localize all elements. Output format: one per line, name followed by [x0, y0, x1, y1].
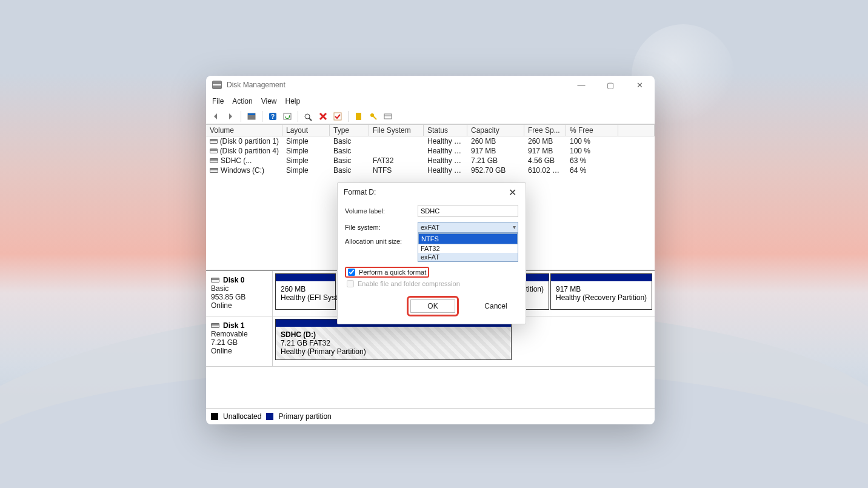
col-freespace[interactable]: Free Sp... — [524, 125, 566, 136]
ok-button[interactable]: OK — [410, 299, 455, 313]
col-type[interactable]: Type — [330, 125, 369, 136]
action-icon[interactable] — [302, 110, 315, 122]
table-row[interactable]: SDHC (...SimpleBasicFAT32Healthy (P...7.… — [206, 156, 655, 165]
menubar: File Action View Help — [206, 94, 655, 109]
titlebar: Disk Management ― ▢ ✕ — [206, 76, 655, 94]
format-dialog: Format D: ✕ Volume label: File system: e… — [337, 182, 526, 324]
option-ntfs[interactable]: NTFS — [418, 233, 518, 244]
table-header: Volume Layout Type File System Status Ca… — [206, 125, 655, 136]
svg-rect-10 — [384, 114, 392, 119]
compression-label: Enable file and folder compression — [358, 280, 460, 287]
dialog-title: Format D: — [344, 188, 376, 196]
svg-text:?: ? — [271, 113, 275, 120]
delete-icon[interactable] — [317, 110, 329, 122]
disk-icon — [210, 139, 218, 144]
list-icon[interactable] — [382, 110, 394, 122]
col-pctfree[interactable]: % Free — [566, 125, 618, 136]
svg-line-6 — [309, 118, 312, 121]
filesystem-dropdown: NTFS FAT32 exFAT — [418, 233, 518, 262]
highlight-ok-button: OK — [407, 296, 459, 316]
close-button[interactable]: ✕ — [630, 81, 649, 90]
partition-selected[interactable]: SDHC (D:) 7.21 GB FAT32 Healthy (Primary… — [275, 319, 512, 360]
prop-icon[interactable] — [353, 110, 365, 122]
console-icon[interactable] — [245, 110, 258, 122]
partition[interactable]: 917 MB Healthy (Recovery Partition) — [550, 273, 652, 310]
option-exfat[interactable]: exFAT — [418, 253, 518, 261]
window-title: Disk Management — [227, 81, 572, 89]
col-capacity[interactable]: Capacity — [467, 125, 524, 136]
menu-action[interactable]: Action — [232, 97, 252, 105]
highlight-quick-format: Perform a quick format — [345, 267, 429, 278]
disk-icon — [210, 158, 218, 163]
svg-rect-1 — [248, 113, 255, 115]
refresh-icon[interactable] — [281, 110, 293, 122]
option-fat32[interactable]: FAT32 — [418, 244, 518, 253]
table-row[interactable]: (Disk 0 partition 4)SimpleBasicHealthy (… — [206, 146, 655, 156]
legend-swatch-primary — [266, 413, 273, 420]
legend-swatch-unallocated — [211, 413, 218, 420]
menu-view[interactable]: View — [261, 97, 277, 105]
menu-help[interactable]: Help — [285, 97, 301, 105]
legend: Unallocated Primary partition — [206, 408, 655, 424]
maximize-button[interactable]: ▢ — [601, 81, 619, 90]
allocation-label: Allocation unit size: — [345, 238, 418, 245]
quick-format-label: Perform a quick format — [359, 269, 426, 276]
chevron-down-icon: ▾ — [513, 224, 516, 230]
table-row[interactable]: (Disk 0 partition 1)SimpleBasicHealthy (… — [206, 136, 655, 146]
help-icon[interactable]: ? — [267, 110, 279, 122]
cancel-button[interactable]: Cancel — [473, 299, 518, 313]
disk-name: Disk 0 — [223, 276, 244, 284]
volume-label-input[interactable] — [418, 205, 518, 217]
col-layout[interactable]: Layout — [282, 125, 330, 136]
table-row[interactable]: Windows (C:)SimpleBasicNTFSHealthy (B...… — [206, 165, 655, 175]
key-icon[interactable] — [367, 110, 379, 122]
svg-point-5 — [305, 114, 310, 119]
filesystem-label: File system: — [345, 224, 418, 231]
menu-file[interactable]: File — [212, 97, 224, 105]
col-status[interactable]: Status — [424, 125, 467, 136]
back-icon[interactable] — [210, 110, 222, 122]
svg-rect-7 — [334, 113, 341, 120]
compression-checkbox — [347, 280, 354, 287]
disk-icon — [210, 168, 218, 173]
check-icon[interactable] — [332, 110, 344, 122]
app-icon — [212, 81, 222, 89]
disk-icon — [211, 278, 219, 282]
forward-icon[interactable] — [224, 110, 236, 122]
toolbar: ? — [206, 109, 655, 124]
filesystem-combobox[interactable]: exFAT ▾ NTFS FAT32 exFAT — [418, 222, 518, 233]
disk-name: Disk 1 — [223, 321, 244, 330]
dialog-close-icon[interactable]: ✕ — [505, 187, 519, 198]
minimize-button[interactable]: ― — [572, 81, 590, 90]
disk-icon — [211, 323, 219, 328]
partition[interactable]: 260 MB Healthy (EFI Syste — [275, 273, 336, 310]
col-volume[interactable]: Volume — [206, 125, 282, 136]
svg-rect-8 — [356, 113, 361, 120]
col-filesystem[interactable]: File System — [369, 125, 424, 136]
quick-format-checkbox[interactable] — [348, 269, 355, 276]
disk-icon — [210, 149, 218, 153]
volume-label-label: Volume label: — [345, 207, 418, 215]
